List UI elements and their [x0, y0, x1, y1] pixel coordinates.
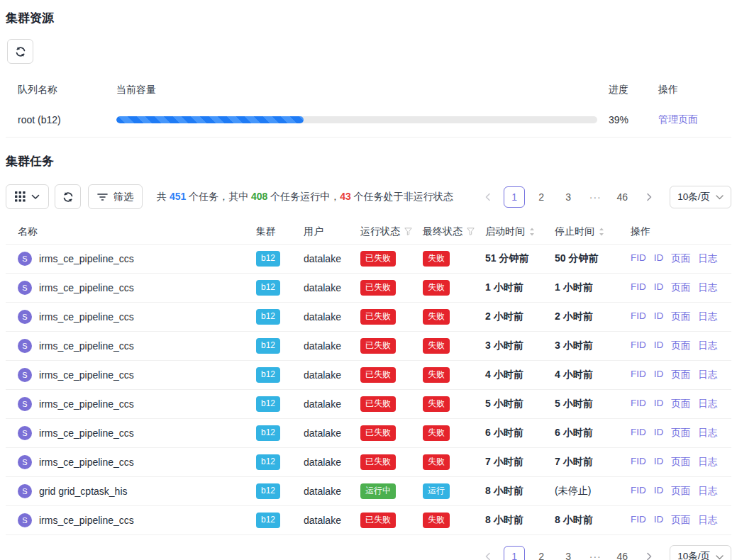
run-status-cell: 已失败 [360, 425, 423, 441]
tasks-table: 名称 集群 用户 运行状态 最终状态 启动时间 [6, 219, 731, 535]
final-status-cell: 失败 [423, 367, 485, 383]
fid-link[interactable]: FID [631, 514, 646, 527]
page-3[interactable]: 3 [558, 186, 579, 208]
manage-page-link[interactable]: 管理页面 [658, 113, 698, 125]
col-stop-time: 停止时间 [555, 225, 625, 238]
cluster-badge: b12 [256, 454, 280, 470]
fid-link[interactable]: FID [631, 310, 646, 323]
row-actions: FID ID 页面 日志 [625, 281, 731, 294]
table-row: S irms_ce_pipeline_ccs b12 datalake 已失败 … [6, 303, 731, 332]
next-page-icon[interactable] [638, 186, 660, 208]
page-size-select[interactable]: 10条/页 [670, 545, 731, 560]
avatar: S [18, 484, 32, 498]
page-46[interactable]: 46 [611, 186, 633, 208]
stop-time: 50 分钟前 [555, 252, 625, 265]
id-link[interactable]: ID [654, 252, 664, 265]
sort-icon[interactable] [529, 228, 535, 236]
log-link[interactable]: 日志 [698, 281, 717, 294]
final-status-cell: 失败 [423, 280, 485, 296]
fid-link[interactable]: FID [631, 398, 646, 410]
log-link[interactable]: 日志 [698, 340, 717, 352]
avatar: S [18, 397, 32, 411]
task-user: datalake [304, 515, 360, 526]
log-link[interactable]: 日志 [698, 485, 717, 498]
page-link[interactable]: 页面 [671, 514, 690, 527]
task-name-cell: S irms_ce_pipeline_ccs [6, 281, 256, 295]
page-size-select[interactable]: 10条/页 [670, 186, 731, 208]
start-time: 5 小时前 [485, 398, 555, 410]
filter-funnel-icon[interactable] [404, 228, 412, 235]
id-link[interactable]: ID [654, 310, 664, 323]
start-time: 2 小时前 [485, 310, 555, 323]
fid-link[interactable]: FID [631, 369, 646, 381]
filter-funnel-icon[interactable] [467, 228, 475, 235]
run-status-cell: 已失败 [360, 513, 423, 528]
log-link[interactable]: 日志 [698, 427, 717, 439]
page-ellipsis[interactable]: ··· [584, 186, 606, 208]
resources-refresh-button[interactable] [7, 39, 33, 64]
id-link[interactable]: ID [654, 427, 664, 439]
fid-link[interactable]: FID [631, 340, 646, 352]
row-actions: FID ID 页面 日志 [625, 485, 731, 498]
id-link[interactable]: ID [654, 514, 664, 527]
fid-link[interactable]: FID [631, 456, 646, 469]
page-link[interactable]: 页面 [671, 340, 690, 352]
page-1[interactable]: 1 [504, 546, 525, 560]
stop-time: 1 小时前 [555, 281, 625, 294]
page-link[interactable]: 页面 [671, 398, 690, 410]
task-name: irms_ce_pipeline_ccs [39, 457, 134, 468]
start-time: 7 小时前 [485, 456, 555, 469]
log-link[interactable]: 日志 [698, 456, 717, 469]
prev-page-icon[interactable] [477, 546, 498, 560]
page-link[interactable]: 页面 [671, 485, 690, 498]
columns-dropdown-button[interactable] [6, 184, 49, 209]
id-link[interactable]: ID [654, 340, 664, 352]
page-2[interactable]: 2 [531, 186, 552, 208]
fid-link[interactable]: FID [631, 252, 646, 265]
page-link[interactable]: 页面 [671, 456, 690, 469]
tasks-refresh-button[interactable] [55, 184, 81, 209]
row-actions: FID ID 页面 日志 [625, 340, 731, 352]
id-link[interactable]: ID [654, 456, 664, 469]
id-link[interactable]: ID [654, 369, 664, 381]
log-link[interactable]: 日志 [698, 398, 717, 410]
page-link[interactable]: 页面 [671, 252, 690, 265]
filter-button[interactable]: 筛选 [88, 184, 143, 209]
id-link[interactable]: ID [654, 281, 664, 294]
page-link[interactable]: 页面 [671, 310, 690, 323]
table-row: S irms_ce_pipeline_ccs b12 datalake 已失败 … [6, 332, 731, 361]
page-size-value: 10条/页 [677, 550, 710, 560]
log-link[interactable]: 日志 [698, 369, 717, 381]
row-actions: FID ID 页面 日志 [625, 427, 731, 439]
start-time: 51 分钟前 [485, 252, 555, 265]
page-3[interactable]: 3 [558, 546, 579, 560]
id-link[interactable]: ID [654, 485, 664, 498]
cluster-cell: b12 [256, 483, 304, 499]
task-name: irms_ce_pipeline_ccs [39, 311, 134, 323]
start-time: 4 小时前 [485, 369, 555, 381]
log-link[interactable]: 日志 [698, 252, 717, 265]
fid-link[interactable]: FID [631, 485, 646, 498]
page-link[interactable]: 页面 [671, 369, 690, 381]
next-page-icon[interactable] [638, 546, 660, 560]
fid-link[interactable]: FID [631, 281, 646, 294]
log-link[interactable]: 日志 [698, 514, 717, 527]
page-2[interactable]: 2 [531, 546, 552, 560]
col-cluster: 集群 [256, 225, 304, 238]
start-time: 6 小时前 [485, 427, 555, 439]
page-46[interactable]: 46 [611, 546, 633, 560]
avatar: S [18, 426, 32, 440]
run-status-badge: 已失败 [360, 425, 396, 441]
page-1[interactable]: 1 [504, 186, 525, 208]
cluster-cell: b12 [256, 309, 304, 325]
prev-page-icon[interactable] [477, 186, 498, 208]
log-link[interactable]: 日志 [698, 310, 717, 323]
sort-icon[interactable] [599, 228, 604, 236]
final-status-badge: 失败 [423, 396, 450, 412]
page-ellipsis[interactable]: ··· [584, 546, 606, 560]
fid-link[interactable]: FID [631, 427, 646, 439]
id-link[interactable]: ID [654, 398, 664, 410]
page-link[interactable]: 页面 [671, 427, 690, 439]
run-status-badge: 运行中 [360, 483, 396, 499]
page-link[interactable]: 页面 [671, 281, 690, 294]
